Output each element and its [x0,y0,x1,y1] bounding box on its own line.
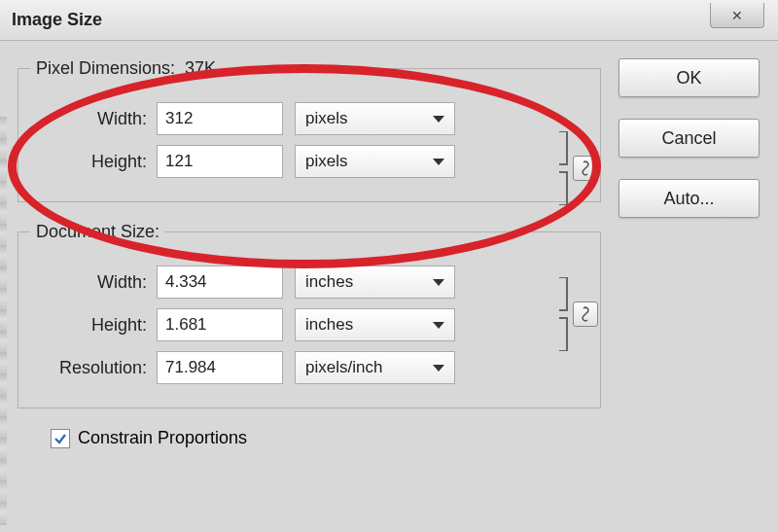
pixel-dimensions-legend: Pixel Dimensions: 37K [30,58,222,79]
pixel-width-unit-select[interactable]: pixels [295,102,455,135]
doc-width-unit-value: inches [305,272,353,292]
ok-button[interactable]: OK [619,58,760,97]
pixel-width-input[interactable] [157,102,283,135]
close-icon: ✕ [731,8,743,23]
chevron-down-icon [433,116,444,123]
doc-resolution-input[interactable] [157,351,283,384]
close-button[interactable]: ✕ [710,3,764,28]
pixel-width-label: Width: [30,109,157,129]
constrain-row: Constrain Proportions [18,428,601,448]
doc-width-input[interactable] [157,266,283,299]
link-icon[interactable] [573,301,598,327]
doc-resolution-unit-select[interactable]: pixels/inch [295,351,455,384]
chevron-down-icon [433,322,444,329]
constrain-checkbox[interactable] [51,429,70,448]
doc-height-row: Height: inches [30,308,588,341]
chevron-down-icon [433,279,444,286]
window-title: Image Size [12,10,102,30]
pixel-width-unit-value: pixels [305,109,347,128]
pixel-dimensions-group: Pixel Dimensions: 37K Width: pixels Heig… [18,58,601,202]
doc-height-unit-select[interactable]: inches [295,308,455,341]
doc-width-label: Width: [30,272,157,293]
chevron-down-icon [433,159,444,165]
doc-width-row: Width: inches [30,266,588,299]
doc-height-unit-value: inches [305,315,353,335]
pixel-dimensions-size: 37K [185,58,216,78]
pixel-height-label: Height: [30,152,157,172]
doc-resolution-row: Resolution: pixels/inch [30,351,588,384]
doc-height-input[interactable] [157,308,283,341]
title-bar: Image Size ✕ [0,0,778,41]
pixel-dimensions-label: Pixel Dimensions: [36,58,175,78]
doc-height-label: Height: [30,315,157,336]
cancel-button[interactable]: Cancel [619,119,760,158]
document-size-group: Document Size: Width: inches Height: inc… [18,222,601,408]
pixel-width-row: Width: pixels [30,102,588,135]
doc-resolution-label: Resolution: [30,358,157,378]
document-size-legend: Document Size: [30,222,165,242]
pixel-link-bracket [555,131,594,205]
chevron-down-icon [433,365,444,372]
constrain-label: Constrain Proportions [78,428,247,448]
pixel-height-row: Height: pixels [30,145,588,178]
link-icon[interactable] [573,156,598,181]
doc-resolution-unit-value: pixels/inch [305,358,382,377]
doc-width-unit-select[interactable]: inches [295,266,455,299]
main-column: Pixel Dimensions: 37K Width: pixels Heig… [18,58,601,448]
pixel-height-input[interactable] [157,145,283,178]
side-column: OK Cancel Auto... [601,58,766,448]
auto-button[interactable]: Auto... [619,179,760,218]
doc-link-bracket [555,277,594,351]
dialog-content: Pixel Dimensions: 37K Width: pixels Heig… [0,41,778,448]
pixel-height-unit-value: pixels [305,152,347,171]
pixel-height-unit-select[interactable]: pixels [295,145,455,178]
